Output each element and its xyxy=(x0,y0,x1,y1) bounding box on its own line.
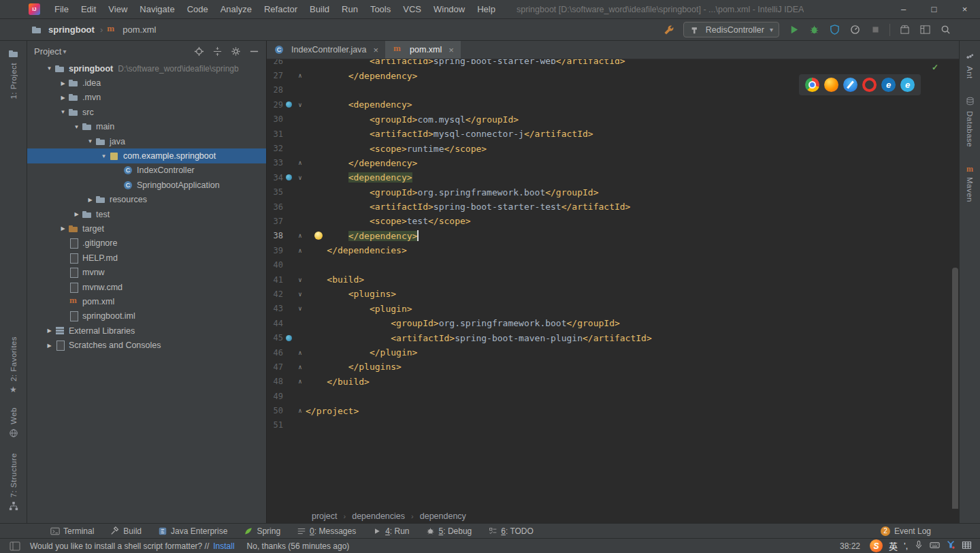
fold-marker-icon[interactable]: ∧ xyxy=(295,378,306,385)
gutter-icon[interactable] xyxy=(286,174,292,180)
nav-breadcrumb-project[interactable]: springboot xyxy=(48,25,95,35)
safari-icon[interactable] xyxy=(843,78,858,92)
edge-icon[interactable] xyxy=(900,78,915,92)
breadcrumb-project[interactable]: project xyxy=(312,511,338,521)
editor-scrollbar[interactable] xyxy=(952,268,958,509)
editor-body[interactable]: 26 <artifactId>spring-boot-starter-web</… xyxy=(267,59,959,509)
search-everywhere-icon[interactable] xyxy=(939,24,951,36)
tool-button-maven[interactable]: m Maven xyxy=(966,165,974,202)
tool-button-ant[interactable]: Ant xyxy=(966,52,975,79)
tree-item-springboot[interactable]: ▼springbootD:\software_word\ideafile\spr… xyxy=(27,61,266,76)
virtual-keyboard-grid-icon[interactable] xyxy=(962,540,972,552)
nav-breadcrumb-file[interactable]: pom.xml xyxy=(122,25,156,35)
fold-marker-icon[interactable]: ∨ xyxy=(295,291,306,298)
tree-item-resources[interactable]: ▶resources xyxy=(27,193,266,207)
tree-item-test[interactable]: ▶test xyxy=(27,207,266,221)
tool-button-terminal[interactable]: Terminal xyxy=(50,526,94,536)
tool-button-web[interactable]: Web xyxy=(9,407,18,439)
code-text[interactable]: <artifactId>spring-boot-maven-plugin</ar… xyxy=(306,333,652,343)
expand-arrow-icon[interactable]: ▶ xyxy=(85,197,95,203)
code-text[interactable]: <groupId>com.mysql</groupId> xyxy=(306,114,519,125)
fold-marker-icon[interactable]: ∧ xyxy=(295,72,306,79)
plugin-box-icon[interactable] xyxy=(898,24,911,36)
tree-item-com-example-springboot[interactable]: ▼com.example.springboot xyxy=(27,148,266,163)
menu-edit[interactable]: Edit xyxy=(75,0,102,18)
hide-panel-icon[interactable] xyxy=(248,46,259,57)
expand-arrow-icon[interactable]: ▶ xyxy=(71,211,82,217)
debug-button[interactable] xyxy=(808,24,820,36)
tool-button-java-enterprise[interactable]: Java Enterprise xyxy=(158,526,227,536)
gutter-icon[interactable] xyxy=(286,335,292,341)
settings-wrench-icon[interactable] xyxy=(663,24,675,36)
menu-file[interactable]: File xyxy=(48,0,75,18)
editor-tab-pom-xml[interactable]: pom.xml× xyxy=(385,41,461,59)
tool-button-6-todo[interactable]: 6: TODO xyxy=(488,526,534,536)
menu-view[interactable]: View xyxy=(102,0,133,18)
expand-arrow-icon[interactable]: ▼ xyxy=(85,138,95,144)
caret-position[interactable]: 38:22 xyxy=(840,541,860,551)
code-text[interactable]: <plugin> xyxy=(306,304,412,314)
tool-button-project[interactable]: 1: Project xyxy=(8,49,19,99)
tool-button-favorites[interactable]: 2: Favorites ★ xyxy=(10,336,18,394)
fold-marker-icon[interactable]: ∧ xyxy=(295,159,306,166)
tree-item-mvnw[interactable]: mvnw xyxy=(27,265,266,279)
ime-language-indicator[interactable]: 英 xyxy=(889,539,898,552)
tab-close-icon[interactable]: × xyxy=(373,45,378,55)
sogou-ime-icon[interactable]: S xyxy=(870,539,883,552)
firefox-icon[interactable] xyxy=(824,78,838,92)
code-text[interactable]: <groupId>org.springframework.boot</group… xyxy=(306,318,620,328)
breadcrumb-dependencies[interactable]: dependencies xyxy=(352,511,405,521)
editor-tab-indexcontroller-java[interactable]: IndexController.java× xyxy=(267,41,385,59)
code-text[interactable]: </plugins> xyxy=(306,362,402,372)
fold-marker-icon[interactable]: ∧ xyxy=(295,407,306,414)
tool-button-structure[interactable]: 7: Structure xyxy=(9,453,18,512)
collapse-all-icon[interactable] xyxy=(212,46,223,57)
expand-arrow-icon[interactable]: ▶ xyxy=(58,80,68,86)
code-text[interactable]: <scope>test</scope> xyxy=(306,216,471,226)
ime-toolbox-icon[interactable] xyxy=(946,540,956,552)
layout-icon[interactable] xyxy=(919,24,931,36)
fold-marker-icon[interactable]: ∧ xyxy=(295,349,306,356)
tool-button-database[interactable]: Database xyxy=(966,97,975,147)
expand-arrow-icon[interactable]: ▼ xyxy=(99,153,109,159)
menu-vcs[interactable]: VCS xyxy=(397,0,427,18)
tree-item-scratches-and-consoles[interactable]: ▶Scratches and Consoles xyxy=(27,338,266,352)
panel-title[interactable]: Project xyxy=(34,46,61,57)
expand-arrow-icon[interactable]: ▶ xyxy=(58,225,68,232)
minimize-button[interactable]: – xyxy=(888,0,919,18)
tree-item-target[interactable]: ▶target xyxy=(27,221,266,236)
menu-analyze[interactable]: Analyze xyxy=(214,0,258,18)
code-text[interactable]: </dependencies> xyxy=(306,245,407,255)
tree-item-mvn[interactable]: ▶.mvn xyxy=(27,91,266,105)
menu-run[interactable]: Run xyxy=(336,0,364,18)
gear-icon[interactable] xyxy=(230,46,241,57)
ime-punctuation-indicator[interactable]: ’, xyxy=(904,541,908,551)
tree-item-springbootapplication[interactable]: SpringbootApplication xyxy=(27,178,266,192)
app-logo-icon[interactable]: IJ xyxy=(29,3,40,15)
event-log-button[interactable]: 2 Event Log xyxy=(881,526,931,536)
tool-button-spring[interactable]: Spring xyxy=(244,526,280,536)
tool-button-4-run[interactable]: 4: Run xyxy=(372,526,409,536)
menu-tools[interactable]: Tools xyxy=(364,0,397,18)
menu-window[interactable]: Window xyxy=(427,0,471,18)
opera-icon[interactable] xyxy=(862,78,877,92)
tree-item-java[interactable]: ▼java xyxy=(27,134,266,148)
menu-build[interactable]: Build xyxy=(304,0,336,18)
code-text[interactable]: <build> xyxy=(306,274,364,285)
tree-item-src[interactable]: ▼src xyxy=(27,105,266,119)
run-button[interactable] xyxy=(787,24,800,36)
code-text[interactable]: <groupId>org.springframework.boot</group… xyxy=(306,187,599,198)
tool-button-0-messages[interactable]: 0: Messages xyxy=(297,526,356,536)
tree-item-springboot-iml[interactable]: springboot.iml xyxy=(27,309,266,323)
microphone-icon[interactable] xyxy=(914,540,924,552)
code-text[interactable]: </plugin> xyxy=(306,347,417,358)
code-text[interactable]: <dependency> xyxy=(306,172,412,183)
tab-close-icon[interactable]: × xyxy=(448,45,454,55)
code-text[interactable]: </build> xyxy=(306,377,370,387)
menu-refactor[interactable]: Refactor xyxy=(258,0,304,18)
inspection-status-icon[interactable]: ✓ xyxy=(932,63,938,72)
maximize-button[interactable]: □ xyxy=(919,0,949,18)
tool-button-build[interactable]: Build xyxy=(110,526,142,536)
code-text[interactable]: <artifactId>spring-boot-starter-web</art… xyxy=(306,59,625,66)
close-button[interactable]: × xyxy=(949,0,980,18)
